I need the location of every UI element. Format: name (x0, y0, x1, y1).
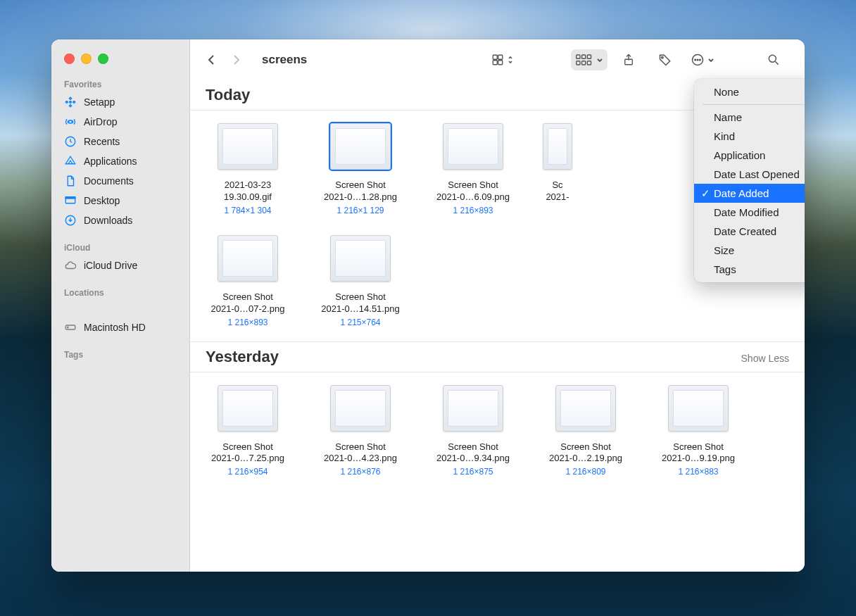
file-dimensions: 1 215×764 (340, 318, 380, 327)
sidebar-section-tags: Tags (51, 346, 189, 363)
file-name: 2021-03-23 19.30.09.gif (224, 180, 272, 203)
file-item[interactable]: Screen Shot 2021-0…14.51.png 1 215×764 (311, 235, 410, 327)
tags-button[interactable] (650, 49, 681, 70)
file-dimensions: 1 216×876 (340, 467, 380, 477)
airdrop-icon (64, 115, 77, 128)
file-dimensions: 1 216×1 129 (336, 206, 384, 215)
sidebar: Favorites Setapp AirDrop Recents Applica… (51, 39, 190, 572)
svg-rect-7 (493, 55, 497, 59)
svg-point-6 (68, 327, 69, 328)
sidebar-item-label: Documents (84, 175, 134, 187)
minimize-window-button[interactable] (81, 54, 92, 64)
file-item[interactable]: 2021-03-23 19.30.09.gif 1 784×1 304 (199, 123, 297, 215)
file-thumbnail (543, 123, 572, 170)
sidebar-item-airdrop[interactable]: AirDrop (51, 112, 189, 132)
file-item[interactable]: Screen Shot 2021-0…9.19.png 1 216×883 (649, 385, 748, 477)
sidebar-item-label: AirDrop (84, 116, 117, 127)
svg-rect-8 (498, 55, 503, 59)
svg-rect-3 (65, 197, 75, 199)
svg-rect-14 (577, 61, 580, 65)
file-name: Screen Shot 2021-0…9.19.png (662, 441, 735, 465)
file-dimensions: 1 216×954 (227, 467, 268, 477)
show-less-button[interactable]: Show Less (741, 353, 789, 364)
file-thumbnail (330, 235, 391, 282)
sidebar-item-icloud-drive[interactable]: iCloud Drive (51, 256, 189, 275)
search-button[interactable] (758, 49, 789, 70)
file-name: Screen Shot 2021-0…2.19.png (549, 441, 622, 465)
file-name: Screen Shot 2021-0…6.09.png (436, 180, 510, 203)
file-dimensions: 1 216×893 (453, 206, 493, 215)
file-dimensions: 1 216×809 (565, 467, 605, 477)
svg-rect-9 (493, 61, 497, 65)
sort-menu-item-name[interactable]: Name (694, 108, 805, 127)
file-name: Screen Shot 2021-0…4.23.png (324, 441, 397, 465)
file-thumbnail (218, 385, 278, 432)
forward-button[interactable] (227, 50, 246, 70)
file-item[interactable]: Sc 2021- (536, 123, 579, 215)
file-item[interactable]: Screen Shot 2021-0…2.19.png 1 216×809 (536, 385, 635, 477)
sidebar-item-label: Desktop (84, 195, 120, 206)
sidebar-item-downloads[interactable]: Downloads (51, 210, 189, 230)
file-thumbnail (443, 123, 503, 170)
sort-menu-item-application[interactable]: Application (694, 146, 805, 165)
sidebar-section-favorites: Favorites (51, 75, 189, 92)
file-thumbnail (555, 385, 616, 432)
sort-by-menu: None Name Kind Application Date Last Ope… (694, 79, 805, 282)
file-dimensions: 1 216×875 (453, 467, 493, 477)
back-button[interactable] (201, 50, 221, 70)
file-thumbnail (218, 235, 278, 282)
sidebar-item-setapp[interactable]: Setapp (51, 92, 189, 112)
file-item[interactable]: Screen Shot 2021-0…1.28.png 1 216×1 129 (311, 123, 410, 215)
share-button[interactable] (613, 49, 644, 70)
sort-menu-item-kind[interactable]: Kind (694, 127, 805, 146)
sort-menu-item-date-modified[interactable]: Date Modified (694, 203, 805, 222)
toolbar: screens (190, 39, 805, 80)
more-actions-button[interactable] (686, 49, 719, 70)
sidebar-item-applications[interactable]: Applications (51, 151, 189, 171)
file-thumbnail (218, 123, 278, 170)
menu-separator (703, 104, 805, 105)
file-thumbnail (330, 123, 391, 170)
sidebar-item-label: Setapp (84, 96, 115, 108)
sidebar-item-desktop[interactable]: Desktop (51, 191, 189, 210)
close-window-button[interactable] (64, 54, 75, 64)
zoom-window-button[interactable] (98, 54, 108, 64)
sort-menu-item-tags[interactable]: Tags (694, 260, 805, 279)
sort-menu-item-date-last-opened[interactable]: Date Last Opened (694, 165, 805, 184)
file-grid-yesterday: Screen Shot 2021-0…7.25.png 1 216×954 Sc… (190, 372, 805, 491)
sort-menu-item-date-created[interactable]: Date Created (694, 222, 805, 241)
svg-rect-10 (498, 61, 503, 65)
group-by-button[interactable] (571, 49, 608, 70)
sidebar-item-macintosh-hd[interactable]: Macintosh HD (51, 318, 189, 337)
sidebar-item-recents[interactable]: Recents (51, 132, 189, 151)
file-item[interactable]: Screen Shot 2021-0…9.34.png 1 216×875 (424, 385, 522, 477)
sort-menu-item-size[interactable]: Size (694, 241, 805, 260)
svg-point-22 (700, 59, 701, 61)
icloud-icon (64, 259, 77, 272)
sidebar-item-documents[interactable]: Documents (51, 171, 189, 191)
file-item[interactable]: Screen Shot 2021-0…7.25.png 1 216×954 (199, 385, 297, 477)
svg-rect-16 (587, 61, 591, 65)
svg-point-23 (769, 55, 776, 62)
sidebar-item-label: Recents (84, 136, 120, 147)
sidebar-section-icloud: iCloud (51, 239, 189, 256)
sidebar-item-label: Applications (84, 156, 137, 167)
svg-point-18 (662, 56, 664, 58)
file-name: Screen Shot 2021-0…1.28.png (324, 180, 397, 203)
sort-menu-item-date-added[interactable]: Date Added (694, 184, 805, 203)
file-name: Screen Shot 2021-0…14.51.png (321, 291, 399, 315)
file-item[interactable]: Screen Shot 2021-0…6.09.png 1 216×893 (424, 123, 522, 215)
file-item[interactable]: Screen Shot 2021-0…4.23.png 1 216×876 (311, 385, 410, 477)
file-thumbnail (330, 385, 391, 432)
svg-point-21 (697, 59, 698, 61)
chevron-down-icon (707, 54, 715, 66)
file-item[interactable]: Screen Shot 2021-0…07-2.png 1 216×893 (199, 235, 297, 327)
view-mode-button[interactable] (486, 49, 517, 70)
file-name: Screen Shot 2021-0…7.25.png (211, 441, 284, 465)
desktop-icon (64, 194, 77, 207)
sort-menu-item-none[interactable]: None (694, 82, 805, 101)
group-title: Today (206, 86, 250, 104)
hard-drive-icon (64, 321, 77, 334)
setapp-icon (64, 96, 77, 108)
file-thumbnail (443, 385, 503, 432)
